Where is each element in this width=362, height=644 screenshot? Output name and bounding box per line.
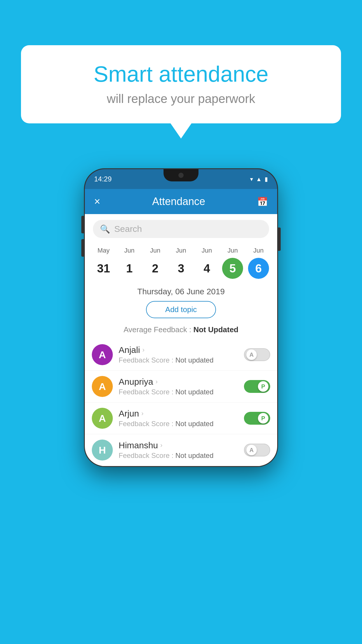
toggle-knob-3: A [246, 445, 257, 455]
student-avatar-0: A [92, 344, 113, 365]
student-row[interactable]: A Anupriya › Feedback Score : Not update… [85, 371, 277, 402]
status-icons: ▾ ▲ ▮ [250, 176, 268, 183]
student-feedback-1: Feedback Score : Not updated [119, 388, 244, 396]
chevron-right-icon: › [155, 378, 157, 386]
search-icon: 🔍 [100, 224, 110, 234]
add-topic-button[interactable]: Add topic [146, 301, 216, 318]
calendar-month-6: Jun [245, 247, 271, 256]
student-name-0: Anjali › [119, 345, 244, 355]
student-info-2: Arjun › Feedback Score : Not updated [119, 409, 244, 428]
toggle-container-0[interactable]: A [244, 348, 270, 361]
attendance-toggle-0[interactable]: A [244, 348, 270, 361]
chevron-right-icon: › [141, 410, 143, 417]
student-feedback-3: Feedback Score : Not updated [119, 452, 244, 460]
calendar-date-1[interactable]: 1 [117, 258, 143, 279]
phone-vol-up [81, 216, 84, 233]
bubble-subtitle: will replace your paperwork [38, 92, 324, 106]
phone-frame: 14:29 ▾ ▲ ▮ × Attendance 📅 🔍 Search MayJ… [85, 169, 277, 466]
student-row[interactable]: A Arjun › Feedback Score : Not updated P [85, 402, 277, 434]
calendar-months-row: MayJunJunJunJunJunJun [85, 244, 277, 256]
toggle-container-2[interactable]: P [244, 412, 270, 425]
status-bar: 14:29 ▾ ▲ ▮ [85, 169, 277, 189]
avg-feedback: Average Feedback : Not Updated [85, 323, 277, 339]
camera [178, 173, 184, 178]
calendar-date-4[interactable]: 4 [194, 258, 220, 279]
calendar-date-6[interactable]: 6 [245, 258, 271, 279]
app-header: × Attendance 📅 [85, 189, 277, 214]
student-avatar-3: H [92, 440, 113, 461]
student-feedback-0: Feedback Score : Not updated [119, 356, 244, 364]
student-name-1: Anupriya › [119, 377, 244, 387]
student-row[interactable]: A Anjali › Feedback Score : Not updated … [85, 339, 277, 371]
toggle-knob-0: A [246, 349, 257, 360]
search-placeholder: Search [114, 224, 142, 234]
calendar-date-3[interactable]: 3 [168, 258, 194, 279]
signal-icon: ▲ [256, 176, 262, 183]
toggle-knob-2: P [258, 413, 268, 424]
student-name-2: Arjun › [119, 409, 244, 419]
student-row[interactable]: H Himanshu › Feedback Score : Not update… [85, 434, 277, 466]
attendance-toggle-2[interactable]: P [244, 412, 270, 425]
phone-vol-down [81, 239, 84, 257]
student-info-1: Anupriya › Feedback Score : Not updated [119, 377, 244, 396]
wifi-icon: ▾ [250, 176, 253, 183]
search-bar[interactable]: 🔍 Search [93, 220, 269, 238]
calendar-date-2[interactable]: 2 [142, 258, 168, 279]
student-avatar-1: A [92, 376, 113, 397]
avg-feedback-label: Average Feedback : [124, 325, 193, 334]
toggle-knob-1: P [258, 381, 268, 392]
phone-notch [164, 169, 198, 181]
battery-icon: ▮ [265, 176, 268, 183]
student-info-0: Anjali › Feedback Score : Not updated [119, 345, 244, 364]
calendar-month-4: Jun [194, 247, 220, 256]
calendar-month-3: Jun [168, 247, 194, 256]
selected-date-label: Thursday, 06 June 2019 [85, 284, 277, 301]
phone-screen: 🔍 Search MayJunJunJunJunJunJun 31123456 … [85, 214, 277, 466]
calendar-dates-row[interactable]: 31123456 [85, 256, 277, 284]
student-avatar-2: A [92, 408, 113, 429]
toggle-container-3[interactable]: A [244, 444, 270, 456]
status-time: 14:29 [94, 175, 112, 183]
close-button[interactable]: × [94, 196, 100, 207]
phone-power-button [278, 228, 281, 251]
student-name-3: Himanshu › [119, 440, 244, 450]
calendar-month-2: Jun [142, 247, 168, 256]
toggle-container-1[interactable]: P [244, 380, 270, 393]
phone-volume-buttons [81, 216, 84, 257]
student-list: A Anjali › Feedback Score : Not updated … [85, 339, 277, 466]
calendar-icon[interactable]: 📅 [257, 197, 268, 207]
bubble-title: Smart attendance [38, 61, 324, 87]
calendar-date-0[interactable]: 31 [91, 258, 117, 279]
chevron-right-icon: › [142, 346, 144, 354]
calendar-month-0: May [91, 247, 117, 256]
app-title: Attendance [152, 195, 205, 208]
avg-feedback-value: Not Updated [193, 325, 238, 334]
attendance-toggle-1[interactable]: P [244, 380, 270, 393]
attendance-toggle-3[interactable]: A [244, 444, 270, 456]
calendar-date-5[interactable]: 5 [220, 258, 246, 279]
calendar-month-1: Jun [117, 247, 143, 256]
chevron-right-icon: › [160, 442, 162, 449]
student-feedback-2: Feedback Score : Not updated [119, 420, 244, 428]
phone-container: 14:29 ▾ ▲ ▮ × Attendance 📅 🔍 Search MayJ… [85, 169, 277, 466]
student-info-3: Himanshu › Feedback Score : Not updated [119, 440, 244, 460]
calendar-month-5: Jun [220, 247, 246, 256]
speech-bubble: Smart attendance will replace your paper… [21, 45, 341, 123]
